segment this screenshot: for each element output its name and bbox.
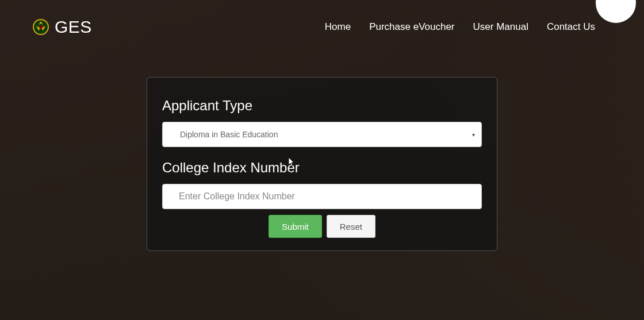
applicant-type-select[interactable]: Diploma in Basic Education xyxy=(162,122,482,147)
nav-purchase-evoucher[interactable]: Purchase eVoucher xyxy=(369,21,454,33)
nav-contact-us[interactable]: Contact Us xyxy=(547,21,595,33)
application-form: Applicant Type Diploma in Basic Educatio… xyxy=(147,77,497,251)
nav-home[interactable]: Home xyxy=(325,21,351,33)
applicant-type-label: Applicant Type xyxy=(162,98,482,114)
college-index-label: College Index Number xyxy=(162,160,482,176)
college-index-input[interactable] xyxy=(162,184,482,209)
logo-container[interactable]: GES xyxy=(32,17,92,37)
svg-point-1 xyxy=(39,25,43,29)
applicant-type-select-wrapper: Diploma in Basic Education ▾ xyxy=(162,122,482,147)
button-row: Submit Reset xyxy=(162,215,482,238)
coat-of-arms-icon xyxy=(32,18,50,36)
main-nav: Home Purchase eVoucher User Manual Conta… xyxy=(325,21,595,33)
reset-button[interactable]: Reset xyxy=(327,215,375,238)
header: GES Home Purchase eVoucher User Manual C… xyxy=(0,0,644,37)
brand-name: GES xyxy=(55,17,92,37)
submit-button[interactable]: Submit xyxy=(269,215,322,238)
nav-user-manual[interactable]: User Manual xyxy=(473,21,528,33)
